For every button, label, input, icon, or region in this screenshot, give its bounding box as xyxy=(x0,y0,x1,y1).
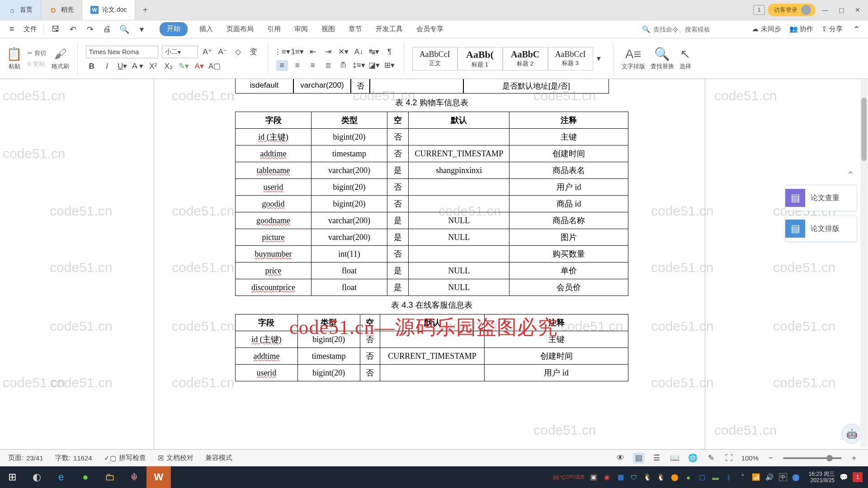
line-spacing-icon[interactable]: ‡≡▾ xyxy=(353,60,365,71)
volume-icon[interactable]: 🔊 xyxy=(765,473,774,482)
decrease-font-icon[interactable]: A⁻ xyxy=(217,47,229,57)
indent-icon[interactable]: ⇥ xyxy=(322,47,334,57)
bullet-list-icon[interactable]: ⋮≡▾ xyxy=(276,47,288,57)
zoom-thumb-icon[interactable] xyxy=(826,455,833,461)
dropdown-icon[interactable]: ▾ xyxy=(136,24,147,35)
cortana-icon[interactable]: ◐ xyxy=(24,466,49,488)
find-replace[interactable]: 🔍 查找替换 xyxy=(651,47,674,70)
close-button[interactable]: ✕ xyxy=(851,4,864,16)
zoom-out-icon[interactable]: − xyxy=(765,453,777,464)
increase-font-icon[interactable]: A⁺ xyxy=(202,47,213,57)
font-color-icon[interactable]: A▾ xyxy=(193,61,205,72)
tab-layout[interactable]: 页面布局 xyxy=(225,22,255,36)
copy-button[interactable]: ⎘ 复制 xyxy=(28,60,46,68)
distribute-icon[interactable]: ⫚ xyxy=(338,60,349,71)
tab-new[interactable]: + xyxy=(135,0,155,20)
tab-reference[interactable]: 引用 xyxy=(265,22,283,36)
notification-icon[interactable]: 💬 xyxy=(839,473,848,482)
underline-icon[interactable]: U ▾ xyxy=(117,61,128,72)
explorer-icon[interactable]: 🗀 xyxy=(98,466,122,488)
tab-start[interactable]: 开始 xyxy=(160,22,188,36)
style-more-icon[interactable]: ▾ xyxy=(593,53,605,64)
tray-icon[interactable]: ◉ xyxy=(603,473,612,482)
bold-icon[interactable]: B xyxy=(86,61,98,72)
sort-icon[interactable]: A↓ xyxy=(353,47,365,57)
tray-icon[interactable]: ● xyxy=(684,473,693,482)
vertical-scrollbar[interactable] xyxy=(860,80,868,447)
redo-icon[interactable]: ↷ xyxy=(85,24,95,35)
wps-icon[interactable]: W xyxy=(146,466,171,488)
style-h3[interactable]: AaBbCcI 标题 3 xyxy=(548,47,593,70)
window-count[interactable]: 1 xyxy=(753,5,765,15)
justify-icon[interactable]: ≣ xyxy=(322,60,334,71)
style-h1[interactable]: AaBb( 标题 1 xyxy=(458,47,503,70)
undo-icon[interactable]: ↶ xyxy=(67,24,78,35)
subscript-icon[interactable]: X₂ xyxy=(163,61,175,72)
coop-button[interactable]: 👥 协作 xyxy=(789,25,813,33)
italic-icon[interactable]: I xyxy=(101,61,113,72)
view-page-icon[interactable]: ▤ xyxy=(633,453,645,464)
tab-view[interactable]: 视图 xyxy=(320,22,337,36)
unsync-button[interactable]: ☁ 未同步 xyxy=(752,25,781,33)
tab-home[interactable]: ⌂ 首页 xyxy=(0,0,41,20)
cut-button[interactable]: ✂ 剪切 xyxy=(28,49,46,57)
bluetooth-icon[interactable]: ᛒ xyxy=(725,473,734,482)
tray-icon[interactable]: ▢ xyxy=(698,473,707,482)
menu-icon[interactable]: ≡ xyxy=(6,24,17,35)
outdent-icon[interactable]: ⇤ xyxy=(307,47,319,57)
tray-icon[interactable]: 🐧 xyxy=(657,473,666,482)
tab-vip[interactable]: 会员专享 xyxy=(415,22,445,36)
tab-chapter[interactable]: 章节 xyxy=(347,22,364,36)
tab-insert[interactable]: 插入 xyxy=(198,22,215,36)
borders-icon[interactable]: ⊞▾ xyxy=(384,60,396,71)
fit-icon[interactable]: ⛶ xyxy=(723,453,735,464)
print-icon[interactable]: 🖨 xyxy=(102,24,113,35)
notification-badge[interactable]: 1 xyxy=(853,472,863,482)
tray-icon[interactable]: ▬ xyxy=(711,473,720,482)
search-input[interactable] xyxy=(653,26,744,33)
select-menu[interactable]: ↖ 选择 xyxy=(679,47,691,70)
tray-icon[interactable]: 🐧 xyxy=(643,473,652,482)
save-icon[interactable]: 🖫 xyxy=(50,24,61,35)
clear-format-icon[interactable]: ◇ xyxy=(232,47,244,57)
zoom-level[interactable]: 100% xyxy=(741,454,759,462)
tray-icon[interactable]: ⬤ xyxy=(670,473,679,482)
wifi-icon[interactable]: 📶 xyxy=(752,473,761,482)
word-count[interactable]: 字数: 11624 xyxy=(55,454,92,462)
paper-check-button[interactable]: ▤ 论文查重 xyxy=(785,185,857,211)
app-icon[interactable]: ☬ xyxy=(122,466,146,488)
tab-review[interactable]: 审阅 xyxy=(292,22,310,36)
zoom-slider[interactable] xyxy=(783,457,842,459)
align-left-icon[interactable]: ≡ xyxy=(276,60,288,71)
tab-document[interactable]: W 论文.doc xyxy=(82,0,135,20)
tray-icon[interactable]: 🛡 xyxy=(630,473,639,482)
minimize-button[interactable]: — xyxy=(818,4,832,16)
guest-login[interactable]: 访客登录 xyxy=(768,4,816,16)
font-size-select[interactable]: 小二 ▾ xyxy=(162,46,198,58)
ie-icon[interactable]: e xyxy=(49,466,73,488)
edit-icon[interactable]: ✎ xyxy=(705,453,717,464)
command-search[interactable]: 🔍 xyxy=(642,25,744,33)
show-marks-icon[interactable]: ¶ xyxy=(384,47,396,57)
shading-icon[interactable]: ◪▾ xyxy=(368,60,380,71)
panel-collapse-icon[interactable]: ⌃ xyxy=(844,169,857,180)
view-outline-icon[interactable]: ☰ xyxy=(651,453,663,464)
tab-stop-icon[interactable]: ↹▾ xyxy=(368,47,380,57)
eye-icon[interactable]: 👁 xyxy=(615,453,627,464)
collapse-icon[interactable]: ⌃ xyxy=(851,24,862,35)
paste-group[interactable]: 📋 粘贴 xyxy=(6,47,22,70)
asian-layout-icon[interactable]: ✕▾ xyxy=(338,47,349,57)
align-right-icon[interactable]: ≡ xyxy=(307,60,319,71)
tab-daoke[interactable]: D 稻壳 xyxy=(41,0,82,20)
share-button[interactable]: ⇪ 分享 xyxy=(821,25,843,33)
page-indicator[interactable]: 页面: 23/41 xyxy=(8,454,43,462)
font-family-select[interactable]: Times New Roma xyxy=(86,46,158,58)
number-list-icon[interactable]: 1≡▾ xyxy=(292,47,303,57)
ime-icon[interactable]: 中 xyxy=(779,473,787,481)
proofread-toggle[interactable]: ☒ 文档校对 xyxy=(158,454,193,462)
superscript-icon[interactable]: X² xyxy=(147,61,159,72)
paper-layout-button[interactable]: ▤ 论文排版 xyxy=(785,216,857,242)
start-button[interactable]: ⊞ xyxy=(0,466,24,488)
tray-icon[interactable]: ▣ xyxy=(589,473,598,482)
zoom-in-icon[interactable]: + xyxy=(848,453,860,464)
